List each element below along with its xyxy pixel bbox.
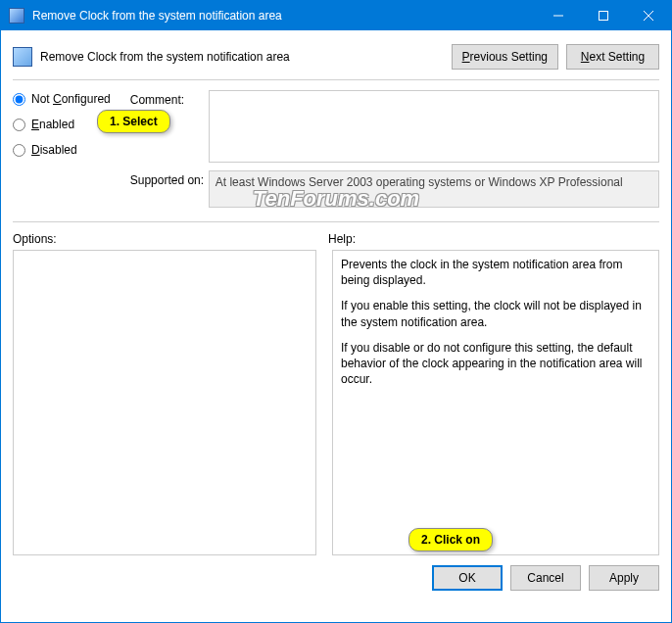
- window-title: Remove Clock from the system notificatio…: [32, 9, 536, 23]
- supported-on-value: At least Windows Server 2003 operating s…: [209, 170, 659, 208]
- previous-setting-button[interactable]: Previous Setting: [452, 44, 558, 70]
- help-paragraph: If you enable this setting, the clock wi…: [341, 298, 650, 329]
- separator: [13, 79, 659, 80]
- supported-row: Supported on: At least Windows Server 20…: [130, 170, 659, 208]
- help-label: Help:: [328, 232, 356, 246]
- state-radios: Not Configured Enabled Disabled 1. Selec…: [13, 90, 111, 208]
- options-pane: [13, 250, 316, 555]
- header-row: Remove Clock from the system notificatio…: [13, 38, 659, 70]
- setting-name: Remove Clock from the system notificatio…: [40, 50, 444, 64]
- comment-label: Comment:: [130, 90, 205, 107]
- next-setting-button[interactable]: Next Setting: [566, 44, 659, 70]
- lower-panes: Prevents the clock in the system notific…: [13, 250, 659, 555]
- hint-select: 1. Select: [97, 110, 170, 133]
- hint-click: 2. Click on: [408, 528, 493, 551]
- titlebar: Remove Clock from the system notificatio…: [1, 1, 671, 30]
- state-area: Not Configured Enabled Disabled 1. Selec…: [13, 90, 659, 208]
- titlebar-icon: [9, 8, 24, 24]
- minimize-button[interactable]: [536, 1, 581, 30]
- comment-row: Comment:: [130, 90, 659, 163]
- close-button[interactable]: [626, 1, 671, 30]
- radio-enabled[interactable]: Enabled: [13, 118, 111, 131]
- cancel-button[interactable]: Cancel: [510, 565, 581, 591]
- separator-2: [13, 221, 659, 222]
- options-label: Options:: [13, 232, 328, 246]
- help-pane: Prevents the clock in the system notific…: [332, 250, 659, 555]
- comment-input[interactable]: [209, 90, 659, 163]
- policy-icon: [13, 47, 32, 67]
- help-paragraph: If you disable or do not configure this …: [341, 340, 650, 388]
- content-area: Remove Clock from the system notificatio…: [1, 30, 671, 602]
- footer: 2. Click on OK Cancel Apply: [13, 565, 659, 591]
- help-paragraph: Prevents the clock in the system notific…: [341, 257, 650, 288]
- ok-button[interactable]: OK: [432, 565, 503, 591]
- radio-disabled[interactable]: Disabled: [13, 143, 111, 157]
- lower-labels: Options: Help:: [13, 232, 659, 246]
- comment-supported-column: Comment: Supported on: At least Windows …: [130, 90, 659, 208]
- radio-not-configured[interactable]: Not Configured: [13, 92, 111, 106]
- maximize-button[interactable]: [581, 1, 626, 30]
- svg-rect-1: [600, 12, 608, 21]
- apply-button[interactable]: Apply: [589, 565, 659, 591]
- supported-label: Supported on:: [130, 170, 205, 187]
